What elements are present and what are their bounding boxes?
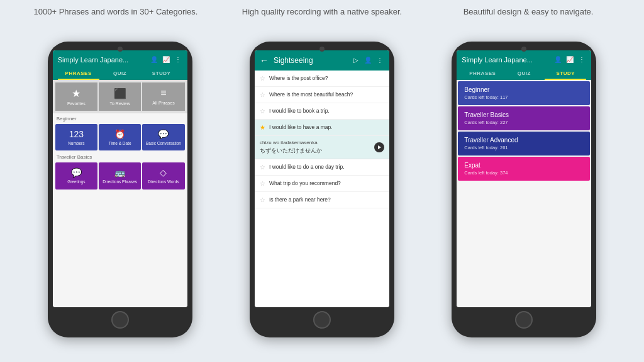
more-icon-2: ⋮ [375,56,384,65]
phone-1-content: ★ Favorites ⬛ To Review ≡ All Phrases Be… [53,80,187,307]
phrase-item-5[interactable]: ☆ I would like to do a one day trip. [255,159,389,176]
phrase-item-3[interactable]: ☆ I would like to book a trip. [255,103,389,120]
study-card-traveller-basics-sub: Cards left today: 227 [464,120,584,125]
tab-phrases-1[interactable]: PHRASES [58,68,99,80]
feature-label-1: 1000+ Phrases and words in 30+ Categorie… [13,7,219,16]
translation-en: chizu wo itadakemasenka [260,140,370,145]
beginner-tiles: 123 Numbers ⏰ Time & Date 💬 Basic Conver… [53,123,187,152]
phrase-text-5: I would like to do a one day trip. [269,164,384,170]
play-triangle-icon [378,145,381,149]
clock-icon: ⏰ [114,129,125,139]
tab-quiz-1[interactable]: QUIZ [99,68,141,80]
phrase-text-7: Is there a park near here? [269,196,384,203]
phone-1-header-icons: 👤 📈 ⋮ [150,55,182,64]
greetings-icon: 💬 [71,167,82,178]
chat-icon: 💬 [158,129,169,139]
to-review-label: To Review [110,101,130,106]
phone-1-camera [118,47,123,52]
directions-phrases-tile[interactable]: 🚌 Directions Phrases [99,162,141,189]
person-icon: 👤 [150,55,158,64]
phone-1-title: Simply Learn Japane... [58,56,150,64]
star-empty-7: ☆ [260,196,265,203]
all-phrases-label: All Phrases [152,101,174,105]
tab-study-3[interactable]: STUDY [545,68,586,80]
quick-access-grid: ★ Favorites ⬛ To Review ≡ All Phrases [53,80,187,113]
person-icon-3: 👤 [553,55,562,64]
study-cards-list: Beginner Cards left today: 117 Traveller… [457,80,591,307]
basic-conv-label: Basic Conversation [146,141,181,146]
phone-3-home-btn[interactable] [515,311,533,329]
study-card-expat-title: Expat [464,162,584,169]
greetings-label: Greetings [67,179,85,184]
study-card-traveller-advanced-title: Traveller Advanced [464,137,584,144]
feature-label-2: High quality recording with a native spe… [219,7,425,16]
phrase-item-7[interactable]: ☆ Is there a park near here? [255,192,389,208]
diamond-icon: ◇ [160,167,167,178]
numbers-icon: 123 [69,129,84,139]
phone-1-tabs: PHRASES QUIZ STUDY [58,68,182,80]
tab-quiz-3[interactable]: QUIZ [503,68,545,80]
traveller-tiles: 💬 Greetings 🚌 Directions Phrases ◇ Direc… [53,161,187,191]
phrase-text-1: Where is the post office? [269,75,384,81]
translation-jp: ちずをいただけませんか [260,147,370,155]
phrase-text-2: Where is the most beautiful beach? [269,91,384,98]
trending-icon-3: 📈 [565,55,574,64]
feature-bar: 1000+ Phrases and words in 30+ Categorie… [0,0,644,23]
list-icon: ≡ [160,88,166,99]
tab-study-1[interactable]: STUDY [141,68,182,80]
directions-words-label: Directions Words [148,179,179,184]
trending-icon: 📈 [162,55,170,64]
phrase-item-1[interactable]: ☆ Where is the post office? [255,71,389,87]
phone-2-camera [319,47,325,52]
translation-block[interactable]: chizu wo itadakemasenka ちずをいただけませんか [255,136,389,159]
star-empty-5: ☆ [260,164,265,171]
sightseeing-title: Sightseeing [274,56,347,65]
to-review-item[interactable]: ⬛ To Review [99,82,141,111]
study-card-traveller-advanced[interactable]: Traveller Advanced Cards left today: 261 [458,132,590,156]
phone-1-header: Simply Learn Japane... 👤 📈 ⋮ PHRASES QUI… [53,50,187,80]
time-date-tile[interactable]: ⏰ Time & Date [99,124,141,151]
study-card-beginner-sub: Cards left today: 117 [464,94,584,100]
phone-1-home-btn[interactable] [111,311,129,329]
directions-words-tile[interactable]: ◇ Directions Words [142,162,184,189]
study-card-expat[interactable]: Expat Cards left today: 374 [458,157,590,181]
star-empty-1: ☆ [260,75,265,82]
tab-phrases-3[interactable]: PHRASES [462,68,503,80]
study-card-beginner-title: Beginner [464,86,584,93]
phrase-text-4: I would like to have a map. [269,124,384,130]
bus-icon: 🚌 [114,167,125,178]
all-phrases-item[interactable]: ≡ All Phrases [142,82,184,111]
numbers-tile[interactable]: 123 Numbers [55,124,97,151]
play-icon: ▷ [352,56,360,65]
phone-2-home-btn[interactable] [313,311,331,329]
beginner-label: Beginner [53,113,187,123]
directions-phrases-label: Directions Phrases [103,179,137,184]
play-button[interactable] [374,142,384,152]
phrase-item-6[interactable]: ☆ What trip do you recommend? [255,176,389,192]
person-icon-2: 👤 [364,56,372,65]
sightseeing-header: ← Sightseeing ▷ 👤 ⋮ [255,50,389,71]
phone-3-header-top: Simply Learn Japane... 👤 📈 ⋮ [462,55,586,64]
more-icon: ⋮ [174,55,182,64]
numbers-label: Numbers [68,141,84,146]
phones-container: Simply Learn Japane... 👤 📈 ⋮ PHRASES QUI… [0,23,644,362]
greetings-tile[interactable]: 💬 Greetings [55,162,97,189]
back-arrow-icon[interactable]: ← [260,55,269,65]
phone-3-header-icons: 👤 📈 ⋮ [553,55,586,64]
study-card-traveller-basics[interactable]: Traveller Basics Cards left today: 227 [458,106,590,130]
phone-2: ← Sightseeing ▷ 👤 ⋮ ☆ Where is the post … [250,42,394,337]
phrase-text-3: I would like to book a trip. [269,108,384,114]
phone-2-screen: ← Sightseeing ▷ 👤 ⋮ ☆ Where is the post … [255,50,389,307]
favorites-item[interactable]: ★ Favorites [55,82,97,111]
phrase-item-2[interactable]: ☆ Where is the most beautiful beach? [255,87,389,103]
phrases-list: ☆ Where is the post office? ☆ Where is t… [255,71,389,307]
favorites-label: Favorites [67,101,86,106]
phone-2-header-icons: ▷ 👤 ⋮ [352,56,384,65]
study-card-beginner[interactable]: Beginner Cards left today: 117 [458,81,590,105]
phone-1: Simply Learn Japane... 👤 📈 ⋮ PHRASES QUI… [48,42,192,337]
phrase-text-6: What trip do you recommend? [269,180,384,186]
study-card-expat-sub: Cards left today: 374 [464,170,584,176]
phrase-item-4[interactable]: ★ I would like to have a map. [255,120,389,136]
basic-conv-tile[interactable]: 💬 Basic Conversation [142,124,184,151]
phone-1-header-top: Simply Learn Japane... 👤 📈 ⋮ [58,55,182,64]
